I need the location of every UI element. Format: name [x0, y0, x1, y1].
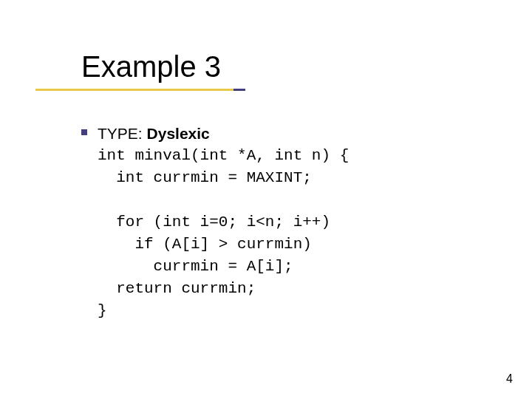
slide-body: TYPE: Dyslexic int minval(int *A, int n)…	[98, 123, 349, 322]
page-number: 4	[506, 372, 513, 386]
slide-title: Example 3	[81, 50, 221, 83]
code-block-1: int minval(int *A, int n) { int currmin …	[98, 145, 349, 189]
code-block-2: for (int i=0; i<n; i++) if (A[i] > currm…	[98, 211, 349, 322]
bullet-icon	[81, 129, 87, 135]
title-underline-yellow	[35, 89, 233, 91]
type-value: Dyslexic	[147, 125, 210, 142]
slide: Example 3 TYPE: Dyslexic int minval(int …	[0, 0, 532, 399]
type-prefix: TYPE:	[98, 125, 147, 142]
title-underline-purple	[233, 89, 245, 91]
type-line: TYPE: Dyslexic	[98, 123, 349, 145]
